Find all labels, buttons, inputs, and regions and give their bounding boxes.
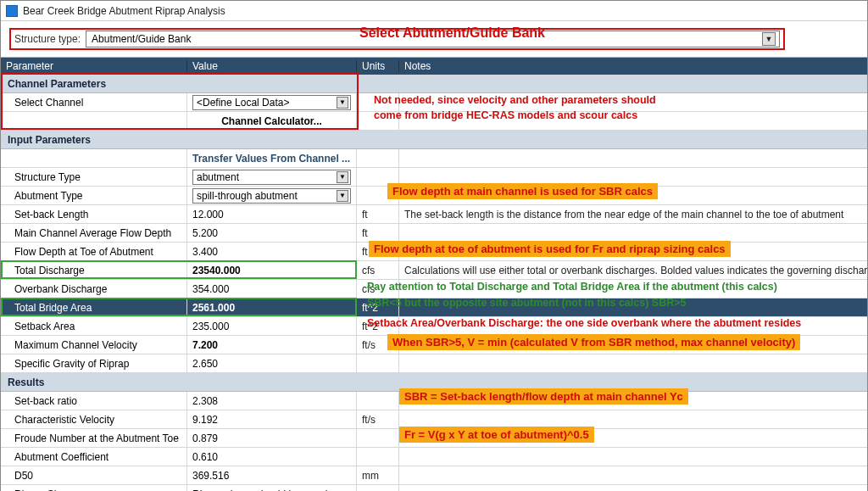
select-channel-value: <Define Local Data> [197, 97, 289, 109]
param-label: Abutment Coefficient [1, 448, 187, 466]
value-cell[interactable]: 2561.000 [187, 299, 357, 316]
param-label: Specific Gravity of Riprap [1, 354, 187, 372]
param-label: Select Channel [1, 93, 187, 111]
value-cell[interactable]: 354.000 [187, 280, 357, 298]
param-label: Set-back ratio [1, 392, 187, 410]
value-cell: 0.879 [187, 429, 357, 447]
value-cell[interactable]: 3.400 [187, 243, 357, 260]
row-mc-depth: Main Channel Average Flow Depth 5.200 ft [1, 224, 867, 243]
param-label: Main Channel Average Flow Depth [1, 224, 187, 242]
value-cell[interactable]: 235.000 [187, 317, 357, 335]
annotation-sbr5v: When SBR>5, V = min (calculated V from S… [387, 334, 800, 350]
value-cell: Riprap shape should be angular [187, 485, 357, 491]
row-transfer: Transfer Values From Channel ... [1, 149, 867, 168]
value-cell[interactable]: 23540.000 [187, 261, 357, 279]
value-cell[interactable]: 5.200 [187, 224, 357, 242]
annotation-sbr-eq: SBR = Set-back length/flow depth at main… [399, 388, 688, 405]
param-label: Structure Type [1, 168, 187, 186]
annotation-pay-attention-l1: Pay attention to Total Discharge and Tot… [367, 281, 777, 293]
annotation-setback-overbank: Setback Area/Overbank Discharge: the one… [367, 317, 801, 329]
chevron-down-icon[interactable]: ▼ [337, 171, 348, 183]
param-label: Characteristic Velocity [1, 410, 187, 428]
param-label: D50 [1, 466, 187, 484]
transfer-link[interactable]: Transfer Values From Channel ... [187, 149, 357, 167]
param-label: Abutment Type [1, 187, 187, 204]
param-label: Maximum Channel Velocity [1, 336, 187, 354]
abutment-type-combo[interactable]: spill-through abutment ▼ [192, 188, 351, 204]
channel-calculator-link[interactable]: Channel Calculator... [187, 112, 357, 130]
value-cell[interactable]: 7.200 [187, 336, 357, 354]
titlebar: Bear Creek Bridge Abutment Riprap Analys… [1, 1, 867, 21]
value-cell[interactable]: 12.000 [187, 205, 357, 223]
chevron-down-icon[interactable]: ▼ [337, 97, 348, 109]
value-cell: 2.308 [187, 392, 357, 410]
row-specific-gravity: Specific Gravity of Riprap 2.650 [1, 354, 867, 373]
param-label: Riprap Shape [1, 485, 187, 491]
units-cell: mm [357, 466, 399, 484]
annotation-flow-depth-mc: Flow depth at main channel is used for S… [387, 183, 658, 199]
notes-cell: The set-back length is the distance from… [399, 205, 867, 223]
value-cell: 369.516 [187, 466, 357, 484]
param-label: Froude Number at the Abutment Toe [1, 429, 187, 447]
param-label: Setback Area [1, 317, 187, 335]
row-riprap-shape: Riprap Shape Riprap shape should be angu… [1, 485, 867, 491]
col-value[interactable]: Value [187, 60, 357, 72]
select-channel-combo[interactable]: <Define Local Data> ▼ [192, 95, 351, 110]
col-parameter[interactable]: Parameter [1, 60, 187, 72]
value-cell[interactable]: 2.650 [187, 354, 357, 372]
structure-type-label: Structure type: [14, 33, 81, 45]
window-title: Bear Creek Bridge Abutment Riprap Analys… [23, 5, 225, 17]
annotation-fr-eq: Fr = V(g x Y at toe of abutment)^0.5 [399, 427, 594, 443]
param-label: Total Discharge [1, 261, 187, 279]
param-label: Overbank Discharge [1, 280, 187, 298]
row-abutment-coefficient: Abutment Coefficient 0.610 [1, 448, 867, 466]
units-cell: ft [357, 224, 399, 242]
annotation-not-needed-l2: come from bridge HEC-RAS models and scou… [374, 109, 637, 121]
section-channel-params: Channel Parameters [1, 75, 867, 93]
units-cell: ft [357, 205, 399, 223]
col-units[interactable]: Units [357, 60, 399, 72]
chevron-down-icon[interactable]: ▼ [762, 32, 776, 46]
structure-type-combo[interactable]: abutment ▼ [192, 170, 351, 185]
annotation-select-abutment: Select Abutment/Guide Bank [359, 25, 545, 41]
units-cell: ft/s [357, 410, 399, 428]
notes-cell: Calculations will use either total or ov… [399, 261, 867, 279]
row-d50: D50 369.516 mm [1, 466, 867, 485]
param-label: Flow Depth at Toe of Abutment [1, 243, 187, 260]
annotation-flow-depth-toe: Flow depth at toe of abutment is used fo… [369, 241, 731, 257]
param-label: Total Bridge Area [1, 299, 187, 316]
row-total-discharge: Total Discharge 23540.000 cfs Calculatio… [1, 261, 867, 280]
annotation-pay-attention-l2: SBR<5 but the opposite site abutment (no… [367, 297, 686, 309]
structure-type-value: Abutment/Guide Bank [92, 33, 191, 45]
chevron-down-icon[interactable]: ▼ [337, 190, 348, 202]
col-notes[interactable]: Notes [399, 60, 867, 72]
app-icon [6, 5, 18, 17]
grid-header: Parameter Value Units Notes [1, 58, 867, 75]
param-label: Set-back Length [1, 205, 187, 223]
value-cell: 9.192 [187, 410, 357, 428]
section-input-params: Input Parameters [1, 131, 867, 149]
row-setback-length: Set-back Length 12.000 ft The set-back l… [1, 205, 867, 224]
annotation-not-needed-l1: Not needed, since velocity and other par… [374, 94, 656, 106]
units-cell: cfs [357, 261, 399, 279]
value-cell: 0.610 [187, 448, 357, 466]
